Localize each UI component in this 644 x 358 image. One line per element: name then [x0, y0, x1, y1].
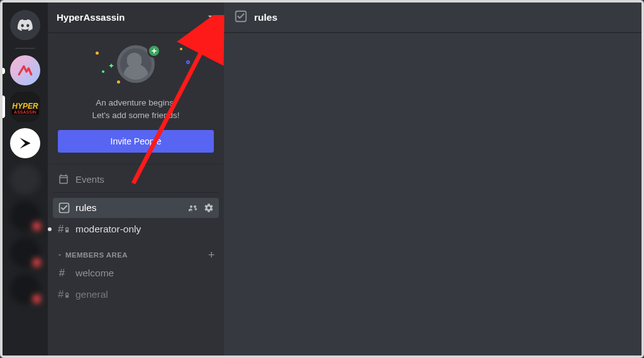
- locked-hash-icon: #: [58, 288, 70, 301]
- channel-general[interactable]: # general: [53, 285, 219, 305]
- add-channel-button[interactable]: +: [208, 249, 215, 261]
- events-button[interactable]: Events: [53, 167, 219, 193]
- channel-welcome[interactable]: # welcome: [53, 263, 219, 283]
- channel-sidebar: HyperAssassin × ✦ + An adventure begins.…: [48, 3, 224, 355]
- channel-label: general: [75, 289, 214, 300]
- plus-badge-icon: +: [147, 44, 161, 58]
- channel-label: welcome: [75, 268, 214, 279]
- server-icon: [17, 62, 33, 79]
- hash-icon: #: [58, 267, 70, 279]
- svg-text:#: #: [58, 223, 64, 235]
- server-item-blurred[interactable]: [10, 201, 40, 231]
- unread-indicator: [48, 227, 52, 231]
- channel-moderator-only[interactable]: # moderator-only: [53, 219, 219, 239]
- create-invite-icon[interactable]: [189, 203, 199, 213]
- dm-home-button[interactable]: [10, 10, 40, 40]
- server-header-button[interactable]: HyperAssassin: [48, 3, 224, 33]
- channel-label: rules: [75, 202, 184, 214]
- server-icon-text-bottom: ASSASSIN: [12, 110, 38, 114]
- discord-logo-icon: [17, 17, 33, 33]
- invite-illustration: ✦ +: [58, 43, 214, 93]
- channel-header: rules: [224, 3, 641, 33]
- server-item-blurred[interactable]: [10, 237, 40, 268]
- channel-title: rules: [254, 12, 277, 23]
- rules-channel-icon: [58, 202, 70, 214]
- main-area: rules: [224, 3, 641, 355]
- invite-blurb-line2: Let's add some friends!: [58, 109, 214, 122]
- mention-badge: [31, 220, 43, 232]
- mention-badge: [31, 293, 43, 305]
- server-name: HyperAssassin: [57, 12, 125, 23]
- category-label: MEMBERS AREA: [65, 251, 128, 259]
- server-item-hyperassassin[interactable]: HYPER ASSASSIN: [10, 92, 40, 122]
- invite-blurb-line1: An adventure begins.: [58, 97, 214, 109]
- invite-people-card: × ✦ + An adventure begins. Let's add som…: [48, 33, 224, 165]
- category-members-area[interactable]: MEMBERS AREA +: [53, 241, 219, 263]
- server-item[interactable]: [10, 128, 40, 158]
- channel-label: moderator-only: [75, 224, 214, 235]
- server-rail: HYPER ASSASSIN: [3, 3, 48, 355]
- chevron-down-icon: [57, 252, 63, 258]
- svg-text:#: #: [59, 267, 65, 279]
- locked-hash-icon: #: [58, 223, 70, 236]
- invite-people-button[interactable]: Invite People: [58, 130, 214, 153]
- server-separator: [15, 48, 35, 49]
- server-icon: [17, 135, 33, 151]
- server-item-blurred[interactable]: [10, 274, 40, 304]
- events-label: Events: [75, 174, 104, 185]
- channel-rules[interactable]: rules: [53, 198, 219, 218]
- svg-text:#: #: [58, 288, 64, 300]
- server-item-blurred[interactable]: [10, 165, 40, 195]
- channel-list: Events rules # moderator-only: [48, 165, 224, 306]
- rules-channel-icon: [234, 9, 248, 26]
- chevron-down-icon: [205, 11, 215, 24]
- server-item[interactable]: [10, 55, 40, 85]
- gear-icon[interactable]: [204, 203, 214, 213]
- svg-rect-6: [65, 295, 69, 298]
- svg-rect-3: [65, 230, 69, 232]
- mention-badge: [31, 256, 43, 269]
- calendar-icon: [58, 173, 69, 185]
- server-icon-text-top: HYPER: [12, 102, 38, 110]
